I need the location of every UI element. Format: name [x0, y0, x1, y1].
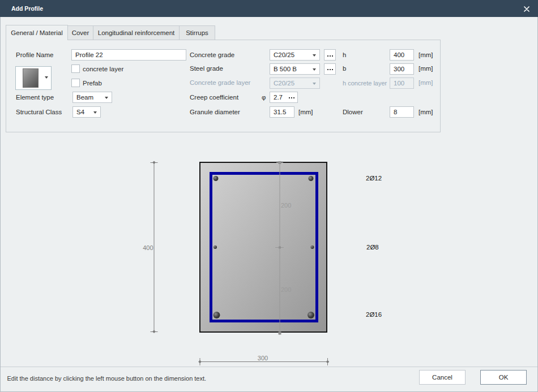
svg-text:2Ø12: 2Ø12 — [366, 175, 382, 182]
svg-text:300: 300 — [258, 355, 268, 361]
svg-text:200: 200 — [281, 286, 291, 293]
svg-text:2Ø16: 2Ø16 — [366, 311, 382, 318]
svg-text:200: 200 — [281, 202, 291, 209]
svg-text:2Ø8: 2Ø8 — [366, 244, 379, 251]
svg-text:400: 400 — [143, 244, 153, 251]
